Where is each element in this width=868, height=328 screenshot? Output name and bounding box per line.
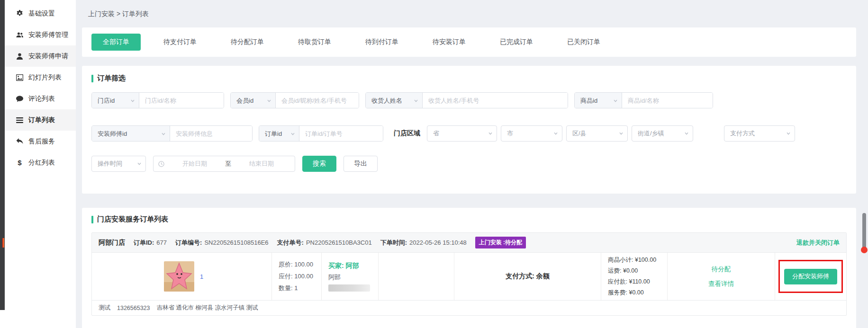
chevron-down-icon (619, 131, 624, 136)
sidebar-item-slides[interactable]: 幻灯片列表 (5, 67, 76, 88)
red-dot-marker (861, 247, 868, 253)
sidebar-item-label: 基础设置 (28, 9, 55, 18)
tab-pending-assign[interactable]: 待分配订单 (219, 34, 275, 51)
action-cell: 分配安装师傅 (775, 253, 846, 300)
dollar-icon: $ (16, 159, 23, 167)
clock-icon (158, 161, 164, 167)
order-id-filter-group: 订单id (259, 125, 383, 142)
title-bar-decoration (91, 75, 93, 82)
shipping-line: 运费: ¥0.00 (608, 267, 667, 275)
member-filter-group: 会员id (230, 92, 359, 108)
chevron-down-icon (130, 98, 135, 103)
province-select[interactable]: 省 (427, 125, 497, 142)
end-date-placeholder: 结束日期 (233, 160, 290, 168)
sidebar: 基础设置 安装师傅管理 安装师傅申请 幻灯片列表 评论列表 订单列表 售后服务 … (5, 0, 76, 328)
product-image[interactable] (164, 261, 194, 292)
list-icon (16, 117, 23, 123)
receiver-phone: 1326565323 (117, 305, 150, 311)
view-detail-link[interactable]: 查看详情 (708, 280, 734, 288)
service-fee-line: 服务费: ¥0.00 (608, 289, 667, 297)
store-id-select[interactable]: 门店id (92, 93, 139, 108)
refund-close-link[interactable]: 退款并关闭订单 (796, 239, 840, 247)
order-tabs: 全部订单 待支付订单 待分配订单 待取货订单 待到付订单 待安装订单 已完成订单… (82, 27, 856, 57)
store-filter-group: 门店id (91, 92, 224, 108)
amount-summary-cell: 商品小计: ¥100.00 运费: ¥0.00 应付款: ¥110.00 服务费… (601, 253, 668, 300)
tab-pending-payment[interactable]: 待支付订单 (152, 34, 208, 51)
pay-method-select[interactable]: 支付方式 (724, 125, 795, 142)
breadcrumb: 上门安装 > 订单列表 (76, 0, 868, 27)
order-sn: 订单编号:SN22052615108516E6 (175, 239, 269, 247)
product-id-select[interactable]: 商品id (575, 93, 622, 108)
chevron-down-icon (267, 98, 271, 103)
street-select[interactable]: 街道/乡镇 (632, 125, 693, 142)
receiver-search-input[interactable] (423, 93, 568, 108)
search-button[interactable]: 搜索 (302, 156, 336, 172)
gear-icon (16, 10, 23, 17)
city-select[interactable]: 市 (501, 125, 562, 142)
chevron-down-icon (613, 98, 618, 103)
filter-title: 订单筛选 (91, 74, 847, 83)
member-search-input[interactable] (276, 93, 359, 108)
filter-row-2: 安装师傅id 订单id 门店区域 省 (91, 125, 847, 142)
order-id-select[interactable]: 订单id (259, 126, 299, 142)
sidebar-item-orders[interactable]: 订单列表 (5, 109, 76, 131)
district-select[interactable]: 区/县 (566, 125, 628, 142)
scrollbar-thumb[interactable] (862, 213, 866, 250)
export-button[interactable]: 导出 (344, 156, 378, 172)
installer-search-input[interactable] (170, 126, 252, 141)
chevron-down-icon (414, 98, 418, 103)
tab-all-orders[interactable]: 全部订单 (91, 34, 141, 51)
sidebar-item-label: 安装师傅管理 (28, 31, 68, 39)
order-status: 待分配 (712, 265, 731, 274)
chevron-down-icon (553, 131, 558, 136)
scrollbar (862, 0, 867, 328)
sidebar-item-installer-management[interactable]: 安装师傅管理 (5, 24, 76, 45)
order-body: 1 原价: 100.00 应付: 100.00 数量: 1 买家: 阿部 阿部 … (92, 253, 846, 300)
date-range-picker[interactable]: 开始日期 至 结束日期 (153, 156, 295, 172)
assign-installer-button[interactable]: 分配安装师傅 (784, 269, 837, 284)
sidebar-item-installer-apply[interactable]: 安装师傅申请 (5, 45, 76, 67)
member-id-select[interactable]: 会员id (231, 93, 276, 108)
tab-pending-cod[interactable]: 待到付订单 (354, 34, 410, 51)
sidebar-item-label: 分红列表 (28, 159, 55, 167)
chevron-down-icon (786, 131, 791, 136)
sidebar-item-after-sales[interactable]: 售后服务 (5, 131, 76, 152)
quantity-line: 数量: 1 (279, 284, 321, 293)
left-edge-strip (0, 0, 5, 310)
installer-id-select[interactable]: 安装师傅id (92, 126, 170, 142)
region-label: 门店区域 (394, 129, 420, 138)
sidebar-item-label: 售后服务 (28, 137, 55, 146)
user-icon (16, 53, 23, 60)
sidebar-item-comments[interactable]: 评论列表 (5, 88, 76, 109)
sidebar-item-basic-settings[interactable]: 基础设置 (5, 3, 76, 24)
receiver-name-select[interactable]: 收货人姓名 (366, 93, 423, 108)
filter-row-3: 操作时间 开始日期 至 结束日期 搜索 导出 (91, 156, 847, 172)
tab-closed[interactable]: 已关闭订单 (556, 34, 612, 51)
store-search-input[interactable] (139, 93, 224, 108)
tab-completed[interactable]: 已完成订单 (488, 34, 544, 51)
payable-price: 应付: 100.00 (279, 272, 321, 281)
image-icon (16, 74, 23, 81)
chevron-down-icon (488, 131, 493, 136)
product-filter-group: 商品id (574, 92, 713, 108)
tab-pending-install[interactable]: 待安装订单 (421, 34, 477, 51)
edge-marker (2, 238, 4, 248)
subtotal-line: 商品小计: ¥100.00 (608, 256, 667, 264)
tab-pending-pickup[interactable]: 待取货订单 (287, 34, 343, 51)
order-list-title: 门店安装服务订单列表 (91, 215, 847, 224)
operate-time-select[interactable]: 操作时间 (91, 156, 146, 172)
empty-cell (379, 253, 454, 300)
installer-filter-group: 安装师傅id (91, 125, 253, 142)
order-header: 阿部门店 订单ID:677 订单编号:SN22052615108516E6 支付… (92, 233, 846, 253)
buyer-cell: 买家: 阿部 阿部 (322, 253, 379, 300)
chevron-down-icon (290, 132, 295, 136)
sidebar-item-label: 幻灯片列表 (28, 73, 62, 82)
filter-row-1: 门店id 会员id 收货人姓名 (91, 92, 847, 108)
store-name: 阿部门店 (99, 239, 125, 247)
order-search-input[interactable] (299, 126, 383, 141)
pay-method-cell: 支付方式: 余额 (454, 253, 601, 300)
price-cell: 原价: 100.00 应付: 100.00 数量: 1 (272, 253, 322, 300)
product-search-input[interactable] (622, 93, 713, 108)
redacted-phone (328, 284, 370, 292)
sidebar-item-dividends[interactable]: $ 分红列表 (5, 152, 76, 173)
